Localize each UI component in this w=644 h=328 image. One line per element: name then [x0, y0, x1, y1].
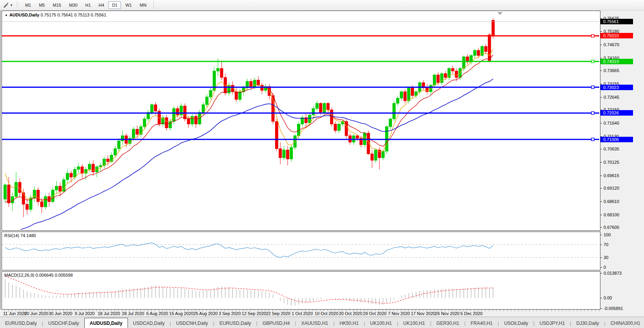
candle-body — [356, 136, 359, 138]
price-tick-mark — [600, 58, 602, 58]
chart-tab[interactable]: CHINA300,H1 — [606, 319, 644, 328]
candle-body — [184, 106, 186, 119]
macd-tick-label: 0.00 — [604, 295, 612, 300]
price-badge: 0.73023 — [600, 85, 633, 90]
chart-tab[interactable]: GER30,H1 — [431, 319, 464, 328]
toolbar-grip[interactable] — [16, 2, 18, 9]
rsi-tick-mark — [600, 267, 602, 268]
chart-tab[interactable]: EURUSD,Daily — [0, 319, 42, 328]
line-handle[interactable] — [591, 86, 594, 89]
chart-tab[interactable]: UK100,H1 — [365, 319, 397, 328]
line-handle[interactable] — [591, 34, 594, 37]
timeframe-button-m1[interactable]: M1 — [22, 1, 35, 9]
price-tick-mark — [600, 71, 602, 71]
chart-tab[interactable]: DJ30,Daily — [571, 319, 604, 328]
timeframe-button-h4[interactable]: H4 — [95, 1, 108, 9]
timeframe-button-h1[interactable]: H1 — [82, 1, 94, 9]
candle-body — [455, 71, 458, 78]
candle-body — [81, 167, 84, 174]
timeframe-button-d1[interactable]: D1 — [108, 1, 121, 9]
candle-body — [327, 103, 329, 110]
candle-body — [37, 190, 40, 202]
candle-body — [4, 185, 7, 199]
candle-body — [136, 129, 139, 134]
line-handle[interactable] — [591, 60, 594, 63]
chart-tab[interactable]: USDJPY,H1 — [535, 319, 570, 328]
chart-tab[interactable]: GBPUSD,H4 — [257, 319, 295, 328]
macd-signal-line — [5, 276, 493, 303]
price-tick-mark — [600, 31, 602, 32]
price-badge: 0.75010 — [600, 33, 633, 38]
price-tick-label: 0.73665 — [604, 68, 619, 73]
line-handle[interactable] — [591, 138, 594, 141]
candle-body — [176, 109, 179, 115]
candle-body — [334, 124, 337, 131]
candle-body — [15, 182, 18, 196]
chart-context-arrow[interactable]: ▼ — [5, 14, 8, 17]
candle-body — [444, 74, 447, 78]
price-tick-label: 0.69615 — [604, 173, 619, 178]
price-tick-label: 0.70635 — [604, 147, 619, 151]
date-label: 30 Jun 2020 — [49, 311, 73, 316]
candle-body — [11, 196, 14, 203]
toolbar-separator — [153, 1, 154, 9]
candle-body — [250, 82, 252, 87]
chart-tab[interactable]: FRA40,H1 — [465, 319, 498, 328]
cursor-tool-button[interactable]: ▼ — [2, 2, 14, 9]
chart-tab[interactable]: EURUSD,Daily — [214, 319, 256, 328]
chart-ohlc: 0.75175 0.75641 0.75113 0.75561 — [40, 13, 106, 17]
candle-body — [462, 57, 465, 69]
date-label: 20 Jun 2020 — [24, 311, 48, 316]
candle-body — [173, 109, 175, 121]
chart-tab[interactable]: USOil,Daily — [499, 319, 533, 328]
candle-body — [268, 87, 271, 96]
chart-tab[interactable]: XAUUSD,H1 — [296, 319, 333, 328]
candle-body — [429, 85, 432, 92]
timeframe-button-m5[interactable]: M5 — [35, 1, 48, 9]
candle-body — [92, 164, 95, 172]
candle-body — [308, 115, 311, 123]
candle-body — [374, 150, 377, 160]
timeframe-button-m15[interactable]: M15 — [49, 1, 64, 9]
chart-shift-marker-icon[interactable] — [497, 12, 503, 15]
price-tick-label: 0.68610 — [604, 199, 619, 204]
chart-tab[interactable]: HK50,H1 — [334, 319, 364, 328]
chart-tab[interactable]: UK100,H1 — [398, 319, 430, 328]
candle-body — [283, 150, 285, 158]
chart-title: ▼AUDUSD,Daily 0.75175 0.75641 0.75113 0.… — [5, 13, 106, 17]
candle-body — [195, 116, 197, 124]
rsi-tick-label: 0 — [604, 265, 606, 270]
chart-tabs: EURUSD,Daily|USDCHF,DailyAUDUSD,DailyUSD… — [0, 317, 644, 328]
candle-body — [70, 173, 73, 177]
candle-body — [323, 103, 326, 112]
timeframe-button-m30[interactable]: M30 — [66, 1, 81, 9]
macd-panel[interactable]: MACD(12,26,9) 0.006645 0.005598 — [2, 271, 600, 310]
candle-body — [451, 69, 454, 71]
timeframe-button-mn[interactable]: MN — [136, 1, 150, 9]
timeframe-button-w1[interactable]: W1 — [122, 1, 135, 9]
candle-body — [187, 119, 190, 124]
price-tick-label: 0.71640 — [604, 121, 619, 125]
date-label: 9 Jul 2020 — [75, 311, 95, 316]
timeframe-buttons: M1M5M15M30H1H4D1W1MN — [21, 1, 150, 9]
date-label: 5 Dec 2020 — [460, 311, 482, 316]
price-tick-label: 0.72645 — [604, 95, 619, 100]
rsi-panel[interactable]: RSI(14) 74.1480 — [2, 232, 600, 270]
candle-body — [40, 202, 43, 207]
price-tick-label: 0.69120 — [604, 186, 619, 190]
price-chart-panel[interactable]: ▼AUDUSD,Daily 0.75175 0.75641 0.75113 0.… — [2, 11, 600, 231]
date-label: 7 Nov 2020 — [388, 311, 410, 316]
date-label: 20 Oct 2020 — [339, 311, 362, 316]
chart-tab[interactable]: USDCHF,Daily — [43, 319, 84, 328]
chart-tab[interactable]: USDCAD,Daily — [128, 319, 170, 328]
chart-tab[interactable]: AUDUSD,Daily — [84, 318, 128, 328]
candle-body — [66, 173, 69, 180]
timeframe-toolbar: ▼ M1M5M15M30H1H4D1W1MN — [0, 0, 644, 11]
candle-body — [220, 69, 223, 78]
rsi-line — [5, 243, 493, 257]
line-handle[interactable] — [591, 112, 594, 114]
candle-body — [206, 97, 208, 105]
chart-tab[interactable]: USDCNH,Daily — [171, 319, 213, 328]
macd-label: MACD(12,26,9) 0.006645 0.005598 — [4, 273, 73, 277]
candles-layer — [4, 18, 495, 217]
